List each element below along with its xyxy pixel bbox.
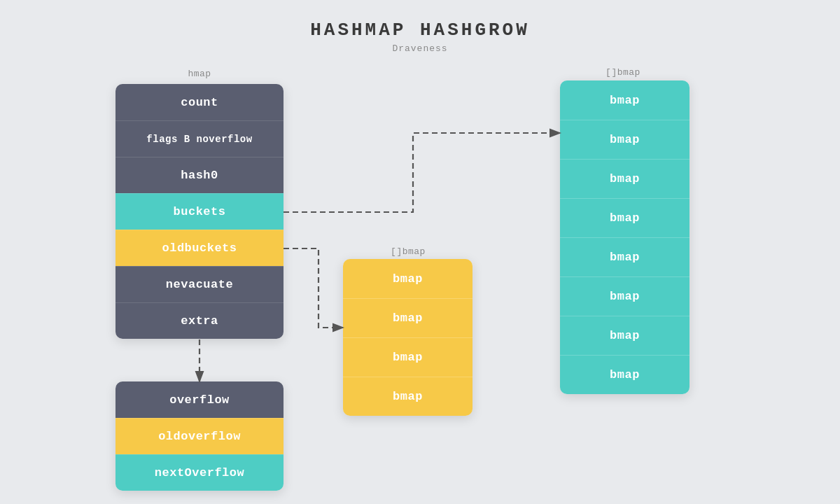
- hmap-row-0: count: [115, 84, 284, 120]
- mapextra-row-2: nextOverflow: [115, 454, 284, 491]
- bmap-teal-row-1: bmap: [560, 120, 690, 159]
- hmap-label: hmap: [172, 69, 227, 79]
- hmap-row-4: oldbuckets: [115, 230, 284, 266]
- bmap-yellow-label: []bmap: [370, 246, 447, 257]
- bmap-yellow-row-2: bmap: [343, 337, 472, 377]
- bmap-teal-row-0: bmap: [560, 80, 690, 120]
- bmap-teal-row-2: bmap: [560, 159, 690, 198]
- bmap-yellow-row-1: bmap: [343, 298, 472, 337]
- buckets-arrow: [284, 133, 560, 212]
- oldbuckets-arrow: [284, 248, 343, 328]
- hmap-row-2: hash0: [115, 157, 284, 193]
- mapextra-row-1: oldoverflow: [115, 418, 284, 454]
- bmap-teal-row-4: bmap: [560, 237, 690, 276]
- hmap-row-6: extra: [115, 302, 284, 339]
- mapextra-card: overflowoldoverflownextOverflow: [115, 382, 284, 491]
- bmap-teal-label: []bmap: [588, 67, 658, 78]
- bmap-yellow-row-3: bmap: [343, 377, 472, 416]
- bmap-yellow-card: bmapbmapbmapbmap: [343, 259, 472, 416]
- mapextra-row-0: overflow: [115, 382, 284, 418]
- bmap-teal-row-5: bmap: [560, 276, 690, 316]
- bmap-teal-row-6: bmap: [560, 316, 690, 355]
- page-title: HASHMAP HASHGROW: [0, 0, 840, 41]
- bmap-teal-row-7: bmap: [560, 355, 690, 394]
- bmap-teal-row-3: bmap: [560, 198, 690, 237]
- hmap-row-5: nevacuate: [115, 266, 284, 302]
- bmap-teal-card: bmapbmapbmapbmapbmapbmapbmapbmap: [560, 80, 690, 394]
- diagram: hmap countflags B noverflowhash0bucketso…: [0, 63, 840, 504]
- hmap-row-3: buckets: [115, 193, 284, 230]
- page-subtitle: Draveness: [0, 43, 840, 54]
- bmap-yellow-row-0: bmap: [343, 259, 472, 298]
- hmap-card: countflags B noverflowhash0bucketsoldbuc…: [115, 84, 284, 339]
- hmap-row-1: flags B noverflow: [115, 120, 284, 157]
